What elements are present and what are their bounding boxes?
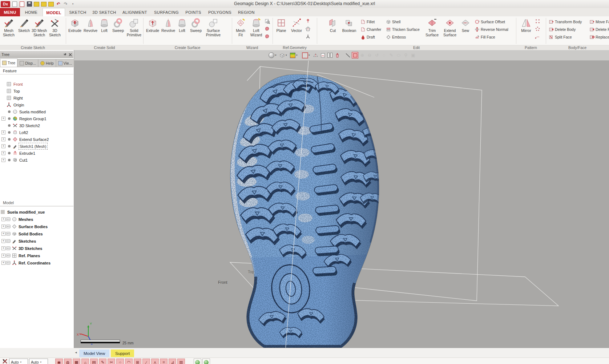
lasso-select-icon[interactable]: ◌ [381,52,387,58]
surface-loft-button[interactable]: Loft [176,18,188,33]
plane-display-icon[interactable] [312,52,319,58]
tab-region[interactable]: REGION [234,8,258,16]
tree-item-top[interactable]: Top [0,88,73,94]
tree-item-3d-sketches[interactable]: +3D Sketches [0,245,73,252]
support-tool-dots-icon[interactable]: ⁘ [116,359,124,364]
ref-coordinate-icon[interactable] [305,34,311,39]
panel-tab-view[interactable]: Vie... [56,59,74,67]
solid-extrude-button[interactable]: Extrude [67,18,83,33]
support-tool-sheet-icon[interactable]: ▤ [90,359,98,364]
solid-sweep-button[interactable]: Sweep [110,18,126,33]
ref-polygon-icon[interactable] [305,26,311,32]
support-tool-table-icon[interactable]: ▥ [177,359,185,364]
surface-extrude-button[interactable]: Extrude [145,18,161,33]
tab-polygons[interactable]: POLYGONS [205,8,234,16]
curve-pattern-icon[interactable] [535,34,540,39]
move-face-button[interactable]: Move Fa [589,19,609,25]
visibility-icon[interactable] [6,217,11,222]
tree-item-front[interactable]: Front [0,81,73,88]
tab-model[interactable]: MODEL [43,8,65,17]
body-display-dropdown-icon[interactable]: ▾ [286,54,288,57]
surface-sweep-button[interactable]: Sweep [188,18,203,33]
view-mode-select[interactable]: Auto▾ [29,359,48,364]
tree-item-ref-coordinates[interactable]: +Ref. Coordinates [0,259,73,266]
expand-icon[interactable]: + [1,130,5,134]
support-tool-angle-icon[interactable]: ⊿ [169,359,176,364]
sheet-display-icon[interactable] [319,52,326,58]
fill-face-button[interactable]: Fill Face [475,34,495,40]
zoom-out-icon[interactable]: ⊖ [366,52,373,58]
extend-surface-button[interactable]: Extend Surface [441,18,459,37]
solid-primitive-button[interactable]: Solid Primitive [126,18,142,37]
3d-mesh-sketch-button[interactable]: 3D Mesh Sketch [31,18,47,37]
region-display-dropdown-icon[interactable]: ▾ [296,54,299,57]
expand-icon[interactable]: + [1,239,5,243]
visibility-icon[interactable] [6,246,11,251]
tree-item-extrude1[interactable]: +Extrude1 [0,150,73,157]
expand-icon[interactable]: + [1,232,5,236]
support-tool-home-icon[interactable]: ⌂ [81,359,89,364]
surface-offset-button[interactable]: Surface Offset [475,19,505,25]
screen-capture-icon[interactable]: ▣ [410,52,416,58]
bounding-box-icon[interactable] [302,52,308,58]
tab-scroll-left-icon[interactable]: ◄ [74,351,77,354]
tree-item-meshes[interactable]: +Meshes [0,216,73,223]
solid-revolve-button[interactable]: Revolve [83,18,98,33]
tree-item-cut1[interactable]: +Cut1 [0,157,73,163]
selection-filter-icon[interactable] [2,359,8,364]
transform-body-button[interactable]: Transform Body [549,19,582,25]
tree-item-region-group1[interactable]: +Region Group1 [0,115,73,122]
tab-menu[interactable]: MENU [0,8,20,16]
panel-tab-help[interactable]: Help [38,59,56,67]
split-view-icon[interactable] [327,52,333,58]
tree-item-suela-modified[interactable]: Suela modified [0,108,73,115]
support-tool-vector-icon[interactable]: ∕ [142,359,150,364]
rectangle-select-icon[interactable] [352,52,358,58]
region-display-icon[interactable] [289,52,296,58]
split-face-button[interactable]: Split Face [549,34,572,40]
measure-line-icon[interactable] [344,52,351,58]
visibility-icon[interactable] [6,231,11,236]
tab-points[interactable]: POINTS [181,8,205,16]
support-tool-plane-icon[interactable]: ⊞ [134,359,141,364]
expand-icon[interactable]: + [1,217,5,221]
surface-revolve-button[interactable]: Revolve [161,18,176,33]
expand-icon[interactable]: + [1,144,5,148]
tree-item-sketches[interactable]: +Sketches [0,238,73,244]
rotate-view-icon[interactable]: ↺ [374,52,380,58]
mesh-fit-button[interactable]: Mesh Fit [233,18,248,37]
trim-surface-button[interactable]: Trim Surface [424,18,440,37]
expand-icon[interactable]: + [1,254,5,258]
tree-item-surface-bodies[interactable]: +Surface Bodies [0,223,73,230]
ref-point-icon[interactable] [305,19,311,24]
visibility-icon[interactable] [6,253,11,258]
support-tool-region-icon[interactable]: ◍ [64,359,72,364]
sew-button[interactable]: Sew [459,18,472,33]
model-view-tab[interactable]: Model View [79,349,109,357]
support-tool-sketch-icon[interactable]: ✎ [99,359,106,364]
expand-icon[interactable]: + [1,117,5,121]
delete-face-button[interactable]: Delete F [589,26,609,32]
3d-sketch-button[interactable]: 3D Sketch [47,18,62,37]
sketch-wizard-icon[interactable] [265,19,270,24]
pin-icon[interactable] [63,53,66,56]
reverse-normal-button[interactable]: Reverse Normal [475,26,508,32]
shell-button[interactable]: Shell [386,19,400,25]
emboss-button[interactable]: Emboss [386,34,406,40]
visibility-icon[interactable] [6,260,11,265]
zoom-in-icon[interactable]: ⊕ [359,52,366,58]
tree-item-loft2[interactable]: +Loft2 [0,129,73,136]
expand-icon[interactable]: + [1,151,5,155]
tab-home[interactable]: HOME [20,8,43,16]
body-display-icon[interactable] [279,52,285,58]
support-tool-knife-icon[interactable]: ✂ [108,359,115,364]
replace-face-button[interactable]: Replace [589,34,609,40]
thicken-surface-button[interactable]: Thicken Surface [386,26,420,32]
tree-item-right[interactable]: Right [0,94,73,101]
ref-plane-button[interactable]: Plane [274,18,289,33]
tree-item-sketch1-mesh[interactable]: +Sketch1 (Mesh) [0,143,73,150]
close-icon[interactable] [69,53,72,56]
tab-3d-sketch[interactable]: 3D SKETCH [90,8,118,16]
draft-button[interactable]: Draft [360,34,375,40]
fillet-button[interactable]: Fillet [360,19,375,25]
